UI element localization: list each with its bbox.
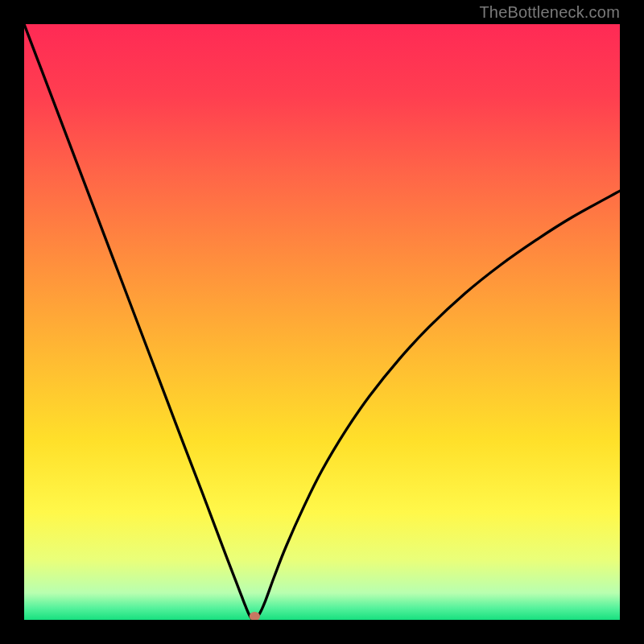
plot-area <box>24 24 620 620</box>
chart-frame: TheBottleneck.com <box>0 0 644 644</box>
watermark-text: TheBottleneck.com <box>479 3 620 22</box>
bottleneck-curve <box>24 24 620 620</box>
